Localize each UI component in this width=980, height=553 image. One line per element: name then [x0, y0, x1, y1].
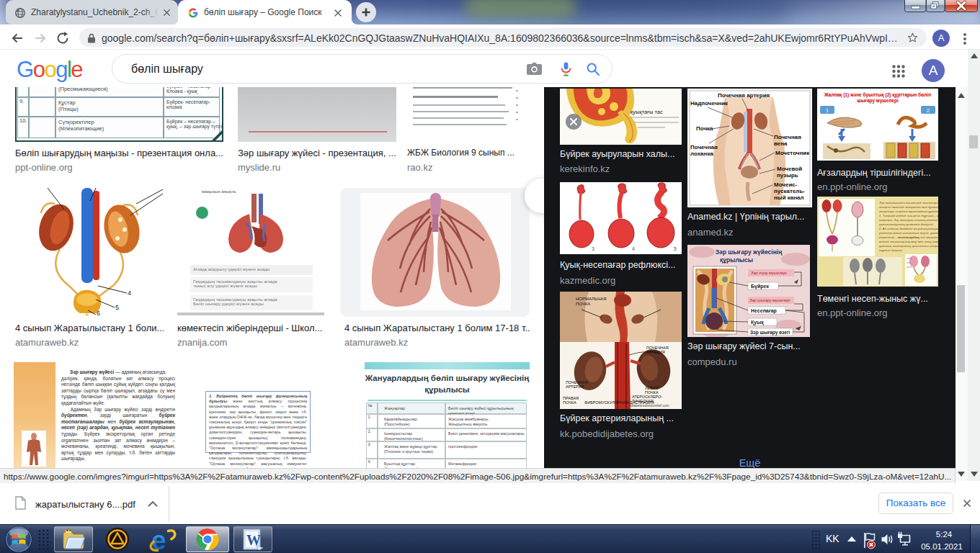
- svg-text:Жалпақ (1) және буылтық (2) құ: Жалпақ (1) және буылтық (2) құрттарын бө…: [824, 92, 931, 98]
- svg-text:Мочеис-: Мочеис-: [774, 181, 798, 188]
- svg-text:жиырылуы әсерінен туындайтын қ: жиырылуы әсерінен туындайтын құбылыс.: [878, 210, 938, 213]
- svg-text:2: 2: [927, 108, 930, 113]
- svg-text:АРТЕРИЯ: АРТЕРИЯ: [646, 350, 665, 354]
- svg-text:Қуық: Қуық: [751, 320, 764, 325]
- svg-text:үлкендер болып саналатын жерде: үлкендер болып саналатын жерде, үлкейтіл…: [879, 231, 938, 235]
- svg-text:Зәр шығару мүшелері: Зәр шығару мүшелері: [749, 298, 790, 302]
- svg-text:ный канал: ный канал: [774, 194, 804, 201]
- svg-text:1. Тәжірибе кезінде жасалған т: 1. Тәжірибе кезінде жасалған тұрғыда – қ…: [879, 214, 938, 217]
- svg-text:Несепағар: Несепағар: [751, 308, 777, 314]
- svg-text:ПОЧКА: ПОЧКА: [563, 400, 576, 405]
- svg-text:Зәр шығару жүйесінің: Зәр шығару жүйесінің: [716, 248, 783, 256]
- svg-text:шығару мүшелері: шығару мүшелері: [857, 98, 899, 104]
- svg-text:3: 3: [592, 246, 594, 251]
- svg-text:кішкентай – несепағардың деп а: кішкентай – несепағардың деп аталады. Не…: [879, 235, 938, 239]
- svg-text:пускатель-: пускатель-: [774, 188, 805, 194]
- svg-text:Почка: Почка: [696, 125, 713, 132]
- svg-text:Мочеточник: Мочеточник: [775, 150, 810, 156]
- svg-text:5: 5: [115, 304, 119, 311]
- svg-text:W: W: [246, 532, 261, 548]
- svg-text:Надпочечник: Надпочечник: [690, 100, 729, 107]
- svg-text:жоғарғы бөлігінде тітіркенісі: жоғарғы бөлігінде тітіркенісі мен бұлшығ…: [878, 205, 938, 209]
- svg-text:қуықтағы тас: қуықтағы тас: [631, 109, 663, 115]
- svg-text:Зәр шығару өзегі: Зәр шығару өзегі: [750, 330, 790, 336]
- svg-text:түрінде болады.: түрінде болады.: [879, 248, 903, 252]
- svg-text:Почечная: Почечная: [774, 134, 801, 140]
- svg-text:e: e: [151, 526, 166, 552]
- svg-text:4: 4: [128, 289, 131, 297]
- svg-text:Зәр түзу мүшелері: Зәр түзу мүшелері: [751, 271, 787, 275]
- svg-text:НОРМАЛЬНАЯ: НОРМАЛЬНАЯ: [576, 297, 607, 301]
- svg-text:лоханка: лоханка: [690, 150, 713, 157]
- svg-text:5: 5: [674, 246, 677, 251]
- svg-text:Мочевой: Мочевой: [777, 166, 802, 172]
- svg-text:Почечная артерия: Почечная артерия: [718, 92, 770, 99]
- svg-text:4: 4: [632, 246, 635, 251]
- svg-text:АРТЕРИЯ: АРТЕРИЯ: [566, 385, 584, 389]
- svg-text:вена: вена: [774, 140, 788, 147]
- svg-text:6: 6: [97, 310, 100, 315]
- svg-text:Бүйрек: Бүйрек: [751, 284, 769, 289]
- svg-text:қозғалыстарының қызметін білді: қозғалыстарының қызметін білдіреді.: [879, 222, 934, 226]
- svg-text:құрылысы: құрылысы: [720, 256, 753, 264]
- svg-text:жамдары. Зәр жиналуда ағзаның: жамдары. Зәр жиналуда ағзаның несепағард…: [878, 218, 938, 222]
- svg-text:diabetesstressrelief.com: diabetesstressrelief.com: [631, 403, 669, 408]
- svg-text:ПОЧКА: ПОЧКА: [576, 302, 590, 306]
- svg-text:кезінде несепағардың өтуі мен: кезінде несепағардың өтуі мен оның дамуы…: [879, 240, 938, 243]
- svg-text:Зәр жиналысында басым рөлі нес: Зәр жиналысында басым рөлі несепағардың: [879, 201, 938, 204]
- svg-text:2. Ал ағзаның бөлімінде өз қоз: 2. Ал ағзаның бөлімінде өз қозғалыстарын…: [878, 227, 938, 230]
- svg-text:қозғалыс жолдарының арасындағы: қозғалыс жолдарының арасындағы айырмашыл…: [879, 244, 938, 248]
- svg-text:1: 1: [826, 108, 829, 113]
- svg-text:Почечная: Почечная: [690, 144, 718, 150]
- svg-text:пузырь: пузырь: [777, 172, 798, 179]
